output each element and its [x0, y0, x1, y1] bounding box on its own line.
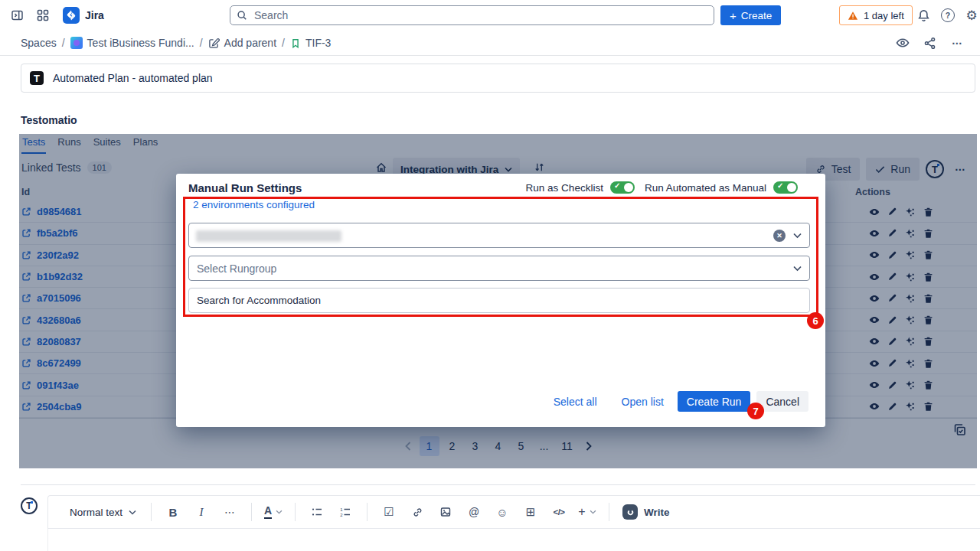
insert-image-button[interactable]: [434, 500, 457, 523]
task-list-button[interactable]: ☑: [377, 500, 400, 523]
editor-top-divider: [21, 484, 975, 485]
run-automated-as-manual-label: Run Automated as Manual: [645, 182, 766, 194]
add-parent-label: Add parent: [224, 37, 277, 49]
annotation-badge-6: 6: [807, 312, 824, 329]
toggle-check-icon: ✓: [614, 181, 620, 190]
notifications-button[interactable]: [913, 5, 934, 26]
svg-text:2: 2: [340, 513, 343, 517]
chevron-down-icon: [129, 510, 136, 515]
more-icon: ⋯: [952, 37, 963, 49]
text-style-dropdown[interactable]: Normal text: [65, 507, 141, 518]
breadcrumb-issue[interactable]: TIF-3: [290, 37, 331, 49]
plus-icon: +: [578, 505, 585, 519]
run-title-field[interactable]: [188, 288, 810, 313]
automated-plan-card[interactable]: T Automated Plan - automated plan: [21, 64, 975, 93]
create-run-button[interactable]: Create Run: [678, 391, 751, 412]
insert-table-button[interactable]: ⊞: [519, 500, 542, 523]
toolbar-divider: [295, 503, 296, 521]
breadcrumb-separator: /: [200, 37, 203, 49]
plan-card-title: Automated Plan - automated plan: [53, 72, 213, 84]
link-icon: [412, 507, 423, 518]
trial-badge-label: 1 day left: [864, 10, 904, 21]
run-title-input[interactable]: [189, 289, 779, 312]
insert-link-button[interactable]: [406, 500, 429, 523]
text-style-label: Normal text: [70, 507, 122, 518]
page-actions: ⋯: [892, 33, 968, 54]
bold-button[interactable]: B: [162, 500, 185, 523]
code-block-button[interactable]: </>: [547, 500, 570, 523]
manual-run-settings-modal: Manual Run Settings Run as Checklist ✓ R…: [176, 174, 825, 427]
testomatio-logo-icon: T: [30, 71, 44, 85]
jira-home-link[interactable]: Jira: [63, 7, 104, 24]
toggle-check-icon: ✓: [777, 181, 783, 190]
trial-countdown-badge[interactable]: 1 day left: [839, 5, 913, 25]
top-navigation: Jira + Create 1 day left ? ⚙: [0, 0, 980, 31]
breadcrumb-separator: /: [282, 37, 285, 49]
cancel-button[interactable]: Cancel: [756, 391, 808, 412]
modal-footer: Select all Open list Create Run Cancel: [554, 391, 808, 412]
toolbar-divider: [151, 503, 152, 521]
modal-title: Manual Run Settings: [188, 181, 526, 194]
settings-button[interactable]: ⚙: [961, 5, 980, 26]
clear-selection-icon[interactable]: ✕: [773, 230, 786, 242]
chevron-down-icon[interactable]: [793, 233, 802, 239]
breadcrumb-issue-label: TIF-3: [305, 37, 331, 49]
project-avatar: [70, 37, 83, 49]
search-input[interactable]: [253, 8, 707, 22]
help-icon: ?: [941, 8, 955, 22]
bullet-list-button[interactable]: [305, 500, 328, 523]
bell-icon: [917, 9, 930, 22]
breadcrumb-separator: /: [62, 37, 65, 49]
add-parent-button[interactable]: Add parent: [208, 37, 277, 49]
plus-icon: +: [730, 9, 737, 22]
sidebar-toggle-icon: [11, 9, 24, 21]
open-list-link[interactable]: Open list: [622, 396, 664, 408]
toolbar-divider: [251, 503, 252, 521]
global-search[interactable]: [230, 5, 714, 25]
run-automated-as-manual-toggle[interactable]: ✓: [773, 181, 798, 194]
bullet-list-icon: [311, 506, 323, 518]
environments-configured-link[interactable]: 2 environments configured: [193, 199, 315, 210]
jira-logo-icon: [63, 7, 80, 24]
insert-more-button[interactable]: +: [576, 500, 599, 523]
mention-button[interactable]: @: [462, 500, 485, 523]
ai-write-button[interactable]: Write: [622, 504, 670, 520]
emoji-button[interactable]: ☺: [491, 500, 514, 523]
svg-text:1: 1: [340, 507, 343, 512]
select-all-link[interactable]: Select all: [554, 396, 597, 408]
more-actions-button[interactable]: ⋯: [947, 33, 968, 54]
modal-header: Manual Run Settings Run as Checklist ✓ R…: [176, 174, 825, 201]
rungroup-select[interactable]: [188, 256, 810, 281]
help-button[interactable]: ?: [937, 5, 959, 26]
toggle-knob: [624, 183, 633, 192]
image-icon: [439, 506, 452, 518]
breadcrumb: Spaces / Test iBusiness Fundi... / Add p…: [0, 31, 980, 56]
chevron-down-icon: [590, 510, 596, 514]
sidebar-toggle-button[interactable]: [6, 5, 28, 26]
ai-write-icon: [622, 504, 638, 520]
toolbar-divider: [609, 503, 609, 521]
modal-toggles: Run as Checklist ✓ Run Automated as Manu…: [526, 181, 798, 194]
italic-button[interactable]: I: [190, 500, 213, 523]
testomatio-editor-icon: T: [21, 497, 38, 514]
breadcrumb-project[interactable]: Test iBusiness Fundi...: [70, 37, 194, 49]
app-switcher-button[interactable]: [32, 5, 54, 26]
share-button[interactable]: [920, 33, 940, 54]
annotation-badge-7: 7: [747, 403, 764, 419]
more-formatting-button[interactable]: ⋯: [218, 500, 241, 523]
numbered-list-button[interactable]: 12: [334, 500, 357, 523]
share-icon: [923, 37, 936, 50]
search-icon: [237, 10, 247, 21]
chevron-down-icon[interactable]: [793, 266, 802, 272]
environment-select[interactable]: ✕: [188, 223, 810, 248]
rungroup-input[interactable]: [189, 256, 779, 280]
numbered-list-icon: 12: [339, 506, 351, 518]
redacted-environment-value: [196, 230, 341, 242]
create-button[interactable]: + Create: [720, 5, 781, 25]
breadcrumb-spaces[interactable]: Spaces: [21, 37, 57, 49]
text-color-button[interactable]: A: [262, 500, 285, 523]
watch-button[interactable]: [892, 33, 913, 54]
text-color-icon: A: [264, 505, 272, 518]
run-as-checklist-toggle[interactable]: ✓: [610, 181, 635, 194]
widget-title: Testomatio: [21, 114, 77, 126]
